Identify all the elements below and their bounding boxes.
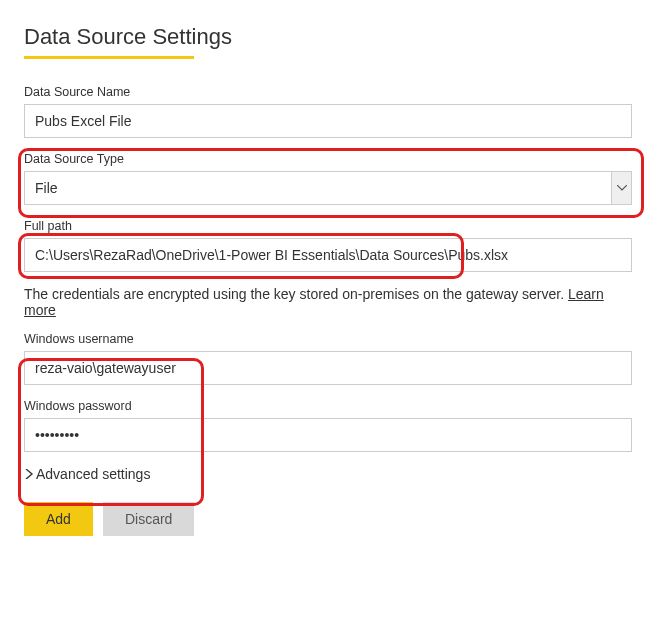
- name-input[interactable]: [24, 104, 632, 138]
- type-label: Data Source Type: [24, 152, 636, 166]
- button-row: Add Discard: [24, 502, 636, 536]
- page-title: Data Source Settings: [24, 24, 636, 50]
- username-input[interactable]: [24, 351, 632, 385]
- advanced-settings-toggle[interactable]: Advanced settings: [24, 466, 636, 482]
- add-button[interactable]: Add: [24, 502, 93, 536]
- field-full-path: Full path: [24, 219, 636, 272]
- field-windows-password: Windows password: [24, 399, 636, 452]
- username-label: Windows username: [24, 332, 636, 346]
- credentials-note-text: The credentials are encrypted using the …: [24, 286, 568, 302]
- password-label: Windows password: [24, 399, 636, 413]
- name-label: Data Source Name: [24, 85, 636, 99]
- path-label: Full path: [24, 219, 636, 233]
- field-windows-username: Windows username: [24, 332, 636, 385]
- credentials-note: The credentials are encrypted using the …: [24, 286, 636, 318]
- password-input[interactable]: [24, 418, 632, 452]
- chevron-right-icon: [24, 466, 34, 482]
- advanced-settings-label: Advanced settings: [36, 466, 150, 482]
- field-data-source-name: Data Source Name: [24, 85, 636, 138]
- type-select[interactable]: [24, 171, 632, 205]
- path-input[interactable]: [24, 238, 632, 272]
- discard-button[interactable]: Discard: [103, 502, 194, 536]
- title-underline: [24, 56, 194, 59]
- field-data-source-type: Data Source Type: [24, 152, 636, 205]
